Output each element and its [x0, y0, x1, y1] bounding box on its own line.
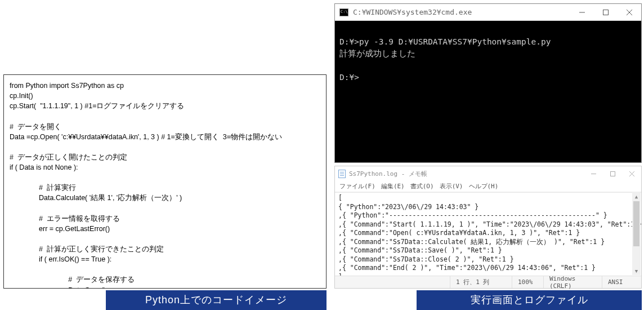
notepad-scrollbar[interactable]: ▲ ▼ — [632, 192, 641, 275]
notepad-title: Ss7Python.log - メモ帳 — [349, 170, 584, 178]
svg-rect-1 — [603, 10, 609, 15]
minimize-icon — [579, 10, 585, 15]
maximize-icon — [610, 171, 615, 176]
notepad-minimize-button[interactable] — [584, 166, 603, 181]
menu-help[interactable]: ヘルプ(H) — [469, 182, 499, 191]
status-zoom: 100% — [512, 276, 543, 288]
notepad-menubar: ファイル(F) 編集(E) 書式(O) 表示(V) ヘルプ(H) — [335, 181, 641, 192]
cmd-window: C:¥WINDOWS¥system32¥cmd.exe D:¥>py -3.9 … — [334, 3, 642, 163]
notepad-statusbar: 1 行、1 列 100% Windows (CRLF) ANSI — [335, 276, 641, 288]
cmd-title: C:¥WINDOWS¥system32¥cmd.exe — [353, 8, 570, 16]
scroll-up-icon[interactable]: ▲ — [632, 192, 641, 201]
status-pos: 1 行、1 列 — [450, 276, 512, 288]
notepad-window: Ss7Python.log - メモ帳 ファイル(F) 編集(E) 書式(O) … — [334, 166, 642, 289]
notepad-titlebar[interactable]: Ss7Python.log - メモ帳 — [335, 166, 641, 181]
menu-edit[interactable]: 編集(E) — [381, 182, 405, 191]
scroll-thumb[interactable] — [633, 201, 639, 246]
code-panel: from Python import Ss7Python as cp cp.In… — [3, 74, 327, 289]
status-spacer — [335, 276, 450, 288]
code-content: from Python import Ss7Python as cp cp.In… — [10, 81, 320, 289]
close-icon — [627, 10, 632, 15]
notepad-close-button[interactable] — [622, 166, 641, 181]
svg-rect-5 — [610, 171, 615, 176]
close-icon — [629, 171, 634, 176]
menu-format[interactable]: 書式(O) — [410, 182, 434, 191]
notepad-maximize-button[interactable] — [603, 166, 622, 181]
menu-view[interactable]: 表示(V) — [440, 182, 463, 191]
cmd-icon — [339, 8, 348, 16]
caption-left: Python上でのコードイメージ — [106, 290, 327, 310]
maximize-icon — [603, 10, 609, 15]
window-buttons — [570, 4, 641, 20]
maximize-button[interactable] — [594, 4, 618, 20]
scroll-down-icon[interactable]: ▼ — [632, 267, 641, 275]
notepad-body[interactable]: [ { "Python":"2023\/06\/29 14:43:03" } ,… — [335, 192, 641, 276]
cmd-titlebar[interactable]: C:¥WINDOWS¥system32¥cmd.exe — [335, 4, 641, 21]
menu-file[interactable]: ファイル(F) — [339, 182, 375, 191]
notepad-icon — [338, 170, 346, 178]
cmd-body[interactable]: D:¥>py -3.9 D:¥USRDATA¥SS7¥Python¥sample… — [335, 21, 641, 162]
minimize-icon — [591, 171, 596, 176]
notepad-window-buttons — [584, 166, 641, 181]
status-eol: Windows (CRLF) — [543, 276, 602, 288]
close-button[interactable] — [618, 4, 641, 20]
caption-right: 実行画面とログファイル — [417, 290, 642, 310]
status-enc: ANSI — [602, 276, 641, 288]
minimize-button[interactable] — [570, 4, 594, 20]
